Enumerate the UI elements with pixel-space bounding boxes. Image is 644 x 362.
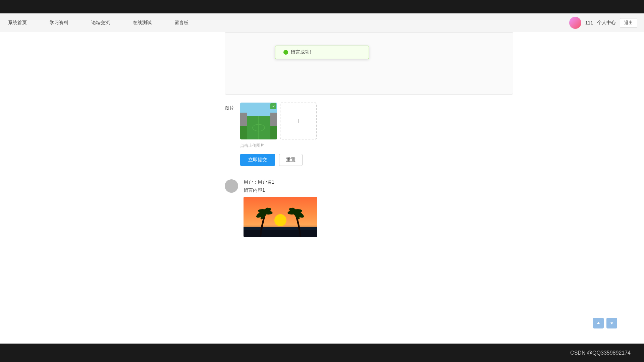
user-avatar bbox=[569, 17, 581, 29]
comment-image-wrapper bbox=[244, 197, 317, 237]
nav-resources[interactable]: 学习资料 bbox=[48, 20, 70, 26]
svg-point-8 bbox=[274, 214, 286, 226]
svg-rect-16 bbox=[244, 230, 317, 237]
image-thumb-1[interactable] bbox=[240, 103, 277, 139]
image-check-icon bbox=[270, 103, 276, 109]
toast-success-icon bbox=[283, 50, 288, 55]
add-image-button[interactable]: + bbox=[280, 103, 317, 139]
svg-rect-6 bbox=[247, 116, 270, 139]
comment-item: 用户：用户名1 留言内容1 bbox=[225, 179, 513, 237]
add-icon: + bbox=[296, 116, 301, 126]
top-black-bar bbox=[0, 0, 644, 13]
nav-board[interactable]: 留言板 bbox=[173, 20, 190, 26]
content-wrapper: 图片 bbox=[225, 32, 513, 244]
scroll-up-button[interactable] bbox=[593, 318, 604, 328]
scroll-down-button[interactable] bbox=[606, 318, 617, 328]
scroll-btn-area bbox=[593, 318, 617, 328]
upload-hint: 点击上传图片 bbox=[240, 143, 513, 148]
avatar-image bbox=[569, 17, 581, 29]
message-textarea[interactable] bbox=[225, 33, 513, 93]
bottom-text: CSDN @QQ3359892174 bbox=[570, 350, 631, 356]
user-score: 111 bbox=[585, 20, 593, 25]
nav-forum[interactable]: 论坛交流 bbox=[90, 20, 111, 26]
nav-home[interactable]: 系统首页 bbox=[7, 20, 28, 26]
navbar: 系统首页 学习资料 论坛交流 在线测试 留言板 111 个人中心 退出 留言成功… bbox=[0, 13, 644, 32]
svg-marker-18 bbox=[610, 322, 613, 324]
comment-username: 用户：用户名1 bbox=[244, 179, 513, 185]
submit-button[interactable]: 立即提交 bbox=[240, 154, 275, 166]
comment-text: 留言内容1 bbox=[244, 187, 513, 193]
comment-body: 用户：用户名1 留言内容1 bbox=[244, 179, 513, 237]
svg-marker-17 bbox=[597, 322, 600, 324]
nav-quiz[interactable]: 在线测试 bbox=[131, 20, 153, 26]
nav-left: 系统首页 学习资料 论坛交流 在线测试 留言板 bbox=[7, 20, 190, 26]
comment-user-avatar bbox=[225, 179, 238, 193]
scroll-up-icon bbox=[596, 320, 601, 326]
nav-right: 111 个人中心 退出 bbox=[569, 17, 637, 29]
toast-text: 留言成功! bbox=[291, 49, 311, 55]
svg-rect-5 bbox=[270, 113, 277, 126]
main-content: 图片 bbox=[0, 32, 644, 257]
toast-overlay: 留言成功! bbox=[275, 46, 369, 59]
comment-section: 用户：用户名1 留言内容1 bbox=[225, 179, 513, 237]
scroll-down-icon bbox=[609, 320, 614, 326]
image-label: 图片 bbox=[225, 103, 235, 111]
svg-rect-4 bbox=[240, 113, 247, 126]
bottom-black-bar: CSDN @QQ3359892174 bbox=[0, 344, 644, 362]
user-center-link[interactable]: 个人中心 bbox=[597, 20, 616, 26]
comment-image-svg bbox=[244, 197, 317, 237]
image-section: 图片 bbox=[225, 103, 513, 139]
logout-button[interactable]: 退出 bbox=[620, 18, 637, 27]
action-buttons: 立即提交 重置 bbox=[240, 154, 513, 166]
message-textarea-container bbox=[225, 32, 513, 95]
image-list: + bbox=[240, 103, 317, 139]
toast-message: 留言成功! bbox=[275, 46, 369, 59]
reset-button[interactable]: 重置 bbox=[279, 154, 303, 166]
